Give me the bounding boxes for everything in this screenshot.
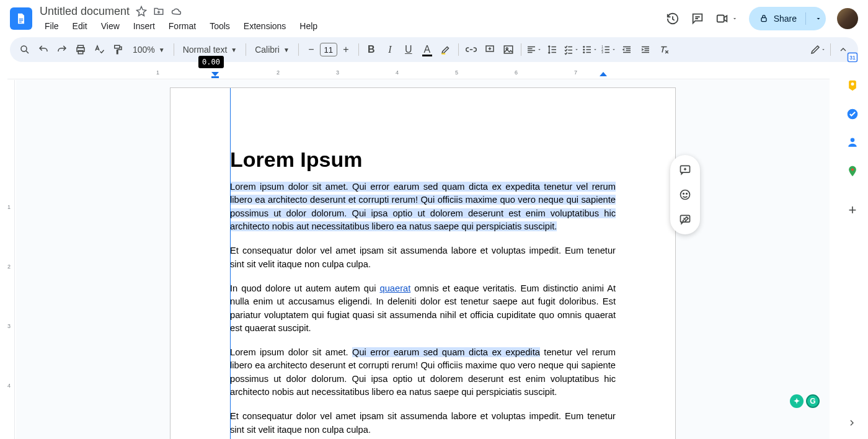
menu-extensions[interactable]: Extensions: [239, 19, 291, 33]
svg-point-12: [583, 51, 585, 53]
emoji-reaction-icon[interactable]: [674, 184, 696, 206]
meet-button[interactable]: [715, 12, 738, 25]
menu-bar: File Edit View Insert Format Tools Exten…: [40, 19, 666, 33]
docs-logo-icon[interactable]: [10, 7, 32, 30]
svg-point-2: [21, 46, 27, 51]
svg-rect-6: [115, 45, 120, 48]
toolbar: 100%▼ Normal text▼ Calibri▼ − + B I U A …: [10, 37, 858, 62]
svg-rect-1: [761, 18, 766, 22]
tasks-icon[interactable]: [846, 108, 859, 120]
maps-icon[interactable]: [846, 165, 859, 177]
zoom-select[interactable]: 100%▼: [128, 45, 170, 55]
account-avatar[interactable]: [837, 8, 858, 29]
print-icon[interactable]: [72, 41, 89, 58]
history-icon[interactable]: [666, 12, 680, 25]
svg-point-21: [681, 190, 690, 200]
svg-rect-16: [211, 76, 219, 78]
right-indent-marker[interactable]: [600, 72, 607, 79]
paragraph[interactable]: Lorem ipsum dolor sit amet. Qui error ea…: [230, 180, 616, 233]
svg-point-11: [583, 49, 585, 51]
page[interactable]: Lorem Ipsum Lorem ipsum dolor sit amet. …: [170, 87, 676, 439]
insert-link-icon[interactable]: [463, 41, 480, 58]
increase-indent-icon[interactable]: [637, 41, 654, 58]
share-caret-icon[interactable]: [815, 15, 822, 22]
cloud-status-icon[interactable]: [170, 6, 183, 17]
document-title[interactable]: Untitled document: [40, 5, 130, 18]
contacts-icon[interactable]: [846, 136, 859, 149]
paragraph[interactable]: Et consequatur dolor vel amet ipsam sit …: [230, 244, 616, 271]
bold-icon[interactable]: B: [363, 41, 380, 58]
move-icon[interactable]: [153, 6, 164, 17]
insert-image-icon[interactable]: [500, 41, 517, 58]
search-menus-icon[interactable]: [16, 41, 33, 58]
paragraph[interactable]: In quod dolore ut autem autem qui quaera…: [230, 282, 616, 335]
menu-help[interactable]: Help: [294, 19, 322, 33]
paragraph[interactable]: Et consequatur dolor vel amet ipsam sit …: [230, 410, 616, 437]
side-panel: 31 +: [837, 40, 868, 439]
vertical-ruler[interactable]: 1 2 3 4: [6, 80, 15, 439]
comments-icon[interactable]: [691, 12, 704, 25]
line-spacing-icon[interactable]: [544, 41, 561, 58]
review-tools-pill: [670, 155, 700, 234]
add-comment-icon[interactable]: [674, 159, 696, 181]
svg-point-23: [686, 193, 688, 195]
editing-mode-icon[interactable]: [809, 41, 826, 58]
svg-rect-8: [504, 46, 513, 53]
left-indent-marker[interactable]: [211, 72, 219, 79]
add-comment-icon[interactable]: [481, 41, 498, 58]
highlight-icon[interactable]: [437, 41, 454, 58]
text-color-icon[interactable]: A: [418, 41, 436, 58]
share-label: Share: [774, 14, 797, 24]
svg-rect-0: [717, 16, 724, 22]
font-size-input[interactable]: [320, 43, 337, 56]
bullet-list-icon[interactable]: [581, 41, 598, 58]
font-size-increase-icon[interactable]: +: [337, 41, 355, 58]
menu-file[interactable]: File: [40, 19, 64, 33]
side-panel-collapse-icon[interactable]: [847, 418, 857, 428]
svg-point-22: [683, 193, 684, 195]
menu-tools[interactable]: Tools: [205, 19, 235, 33]
document-canvas[interactable]: Lorem Ipsum Lorem ipsum dolor sit amet. …: [16, 80, 830, 439]
star-icon[interactable]: [136, 6, 147, 17]
menu-insert[interactable]: Insert: [128, 19, 160, 33]
numbered-list-icon[interactable]: 123: [600, 41, 617, 58]
doc-heading[interactable]: Lorem Ipsum: [230, 148, 616, 172]
underline-icon[interactable]: U: [400, 41, 417, 58]
svg-point-10: [583, 46, 585, 48]
checklist-icon[interactable]: [562, 41, 580, 58]
redo-icon[interactable]: [53, 41, 71, 58]
calendar-icon[interactable]: 31: [846, 51, 859, 63]
spellcheck-icon[interactable]: [91, 41, 108, 58]
svg-text:3: 3: [601, 51, 603, 54]
grammarly-widget[interactable]: ✦ G: [790, 394, 820, 408]
grammarly-icon[interactable]: G: [806, 394, 820, 408]
svg-text:31: 31: [849, 55, 856, 61]
indent-tooltip: 0.00: [198, 56, 224, 68]
suggest-edits-icon[interactable]: [674, 208, 696, 231]
paragraph[interactable]: Lorem ipsum dolor sit amet. Qui error ea…: [230, 346, 616, 399]
svg-point-27: [851, 82, 854, 86]
share-button[interactable]: Share: [749, 7, 826, 30]
clear-formatting-icon[interactable]: [655, 41, 673, 58]
menu-view[interactable]: View: [96, 19, 125, 33]
font-size-decrease-icon[interactable]: −: [303, 41, 320, 58]
italic-icon[interactable]: I: [381, 41, 399, 58]
link[interactable]: quaerat: [379, 283, 410, 293]
grammarly-bulb-icon[interactable]: ✦: [790, 394, 804, 408]
menu-format[interactable]: Format: [164, 19, 201, 33]
left-margin-guide: [230, 88, 231, 439]
font-select[interactable]: Calibri▼: [250, 45, 294, 55]
decrease-indent-icon[interactable]: [618, 41, 636, 58]
paragraph-style-select[interactable]: Normal text▼: [178, 45, 242, 55]
align-icon[interactable]: [525, 41, 542, 58]
horizontal-ruler[interactable]: 1 2 3 4 5 6 7: [7, 69, 830, 79]
keep-icon[interactable]: [846, 79, 859, 92]
svg-point-29: [851, 168, 854, 171]
menu-edit[interactable]: Edit: [68, 19, 92, 33]
paint-format-icon[interactable]: [109, 41, 126, 58]
get-addons-icon[interactable]: +: [849, 202, 857, 218]
undo-icon[interactable]: [35, 41, 52, 58]
